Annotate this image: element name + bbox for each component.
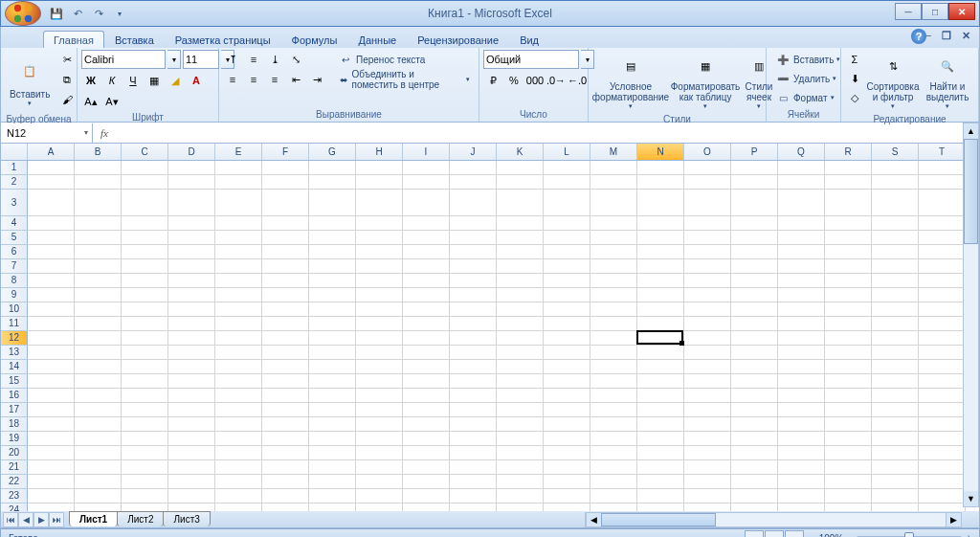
col-header-I[interactable]: I: [403, 144, 450, 160]
row-7[interactable]: [28, 259, 979, 274]
number-format-combo[interactable]: [483, 50, 579, 69]
col-header-F[interactable]: F: [262, 144, 309, 160]
row-12[interactable]: [28, 331, 979, 346]
align-middle-button[interactable]: ≡: [244, 50, 263, 69]
row-18[interactable]: [28, 417, 979, 432]
row-2[interactable]: [28, 175, 979, 190]
office-button[interactable]: [5, 1, 41, 26]
col-header-G[interactable]: G: [309, 144, 356, 160]
font-size-combo[interactable]: [183, 50, 219, 69]
row-header-6[interactable]: 6: [1, 245, 28, 259]
font-color-button[interactable]: A: [187, 71, 206, 90]
sheet-tab-0[interactable]: Лист1: [69, 511, 118, 526]
maximize-button[interactable]: □: [922, 3, 948, 20]
row-23[interactable]: [28, 489, 979, 503]
row-20[interactable]: [28, 446, 979, 460]
row-header-8[interactable]: 8: [1, 274, 28, 288]
insert-cells-button[interactable]: ➕Вставить▾: [770, 50, 845, 69]
undo-icon[interactable]: ↶: [70, 6, 85, 21]
col-header-O[interactable]: O: [684, 144, 731, 160]
grow-font-button[interactable]: A▴: [81, 92, 100, 111]
row-10[interactable]: [28, 302, 979, 317]
ribbon-tab-0[interactable]: Главная: [43, 31, 104, 48]
align-bottom-button[interactable]: ⤓: [265, 50, 284, 69]
row-header-11[interactable]: 11: [1, 317, 28, 331]
ribbon-tab-2[interactable]: Разметка страницы: [165, 31, 281, 48]
save-icon[interactable]: 💾: [49, 6, 64, 21]
col-header-D[interactable]: D: [168, 144, 215, 160]
fill-color-button[interactable]: ◢: [166, 71, 185, 90]
first-sheet-button[interactable]: ⏮: [3, 512, 18, 527]
row-4[interactable]: [28, 216, 979, 231]
col-header-E[interactable]: E: [215, 144, 262, 160]
conditional-format-button[interactable]: ▤Условное форматирование▾: [592, 50, 669, 113]
row-header-21[interactable]: 21: [1, 460, 28, 475]
row-14[interactable]: [28, 360, 979, 374]
align-right-button[interactable]: ≡: [265, 70, 284, 89]
row-header-20[interactable]: 20: [1, 446, 28, 460]
row-header-13[interactable]: 13: [1, 346, 28, 360]
row-8[interactable]: [28, 274, 979, 288]
ribbon-tab-3[interactable]: Формулы: [281, 31, 348, 48]
row-header-16[interactable]: 16: [1, 389, 28, 403]
col-header-T[interactable]: T: [919, 144, 966, 160]
paste-button[interactable]: 📋 Вставить ▾: [5, 50, 55, 113]
page-break-view-button[interactable]: [785, 530, 804, 537]
shrink-font-button[interactable]: A▾: [102, 92, 122, 111]
row-21[interactable]: [28, 460, 979, 475]
format-painter-icon[interactable]: 🖌: [57, 90, 77, 109]
next-sheet-button[interactable]: ▶: [33, 512, 49, 527]
decrease-indent-button[interactable]: ⇤: [286, 70, 305, 89]
close-button[interactable]: ✕: [948, 3, 975, 20]
row-6[interactable]: [28, 245, 979, 259]
redo-icon[interactable]: ↷: [91, 6, 106, 21]
row-22[interactable]: [28, 475, 979, 489]
ribbon-tab-1[interactable]: Вставка: [104, 31, 165, 48]
row-5[interactable]: [28, 231, 979, 245]
merge-center-button[interactable]: ⬌Объединить и поместить в центре▾: [333, 70, 475, 89]
row-header-18[interactable]: 18: [1, 417, 28, 432]
currency-button[interactable]: ₽: [483, 71, 502, 90]
format-cells-button[interactable]: ▭Формат▾: [770, 88, 845, 107]
clear-button[interactable]: ◇: [845, 88, 864, 107]
increase-indent-button[interactable]: ⇥: [307, 70, 326, 89]
scroll-right-arrow[interactable]: ▶: [946, 513, 961, 526]
row-header-24[interactable]: 24: [1, 503, 28, 511]
zoom-level[interactable]: 100%: [819, 533, 844, 538]
zoom-out-button[interactable]: −: [847, 533, 853, 538]
zoom-in-button[interactable]: +: [966, 533, 971, 538]
orientation-button[interactable]: ⤡: [286, 50, 305, 69]
row-header-2[interactable]: 2: [1, 175, 28, 190]
col-header-S[interactable]: S: [872, 144, 919, 160]
row-header-4[interactable]: 4: [1, 216, 28, 231]
fx-icon[interactable]: fx: [100, 127, 108, 139]
prev-sheet-button[interactable]: ◀: [18, 512, 33, 527]
row-19[interactable]: [28, 432, 979, 446]
vertical-scrollbar[interactable]: ▲ ▼: [963, 123, 979, 507]
row-header-19[interactable]: 19: [1, 432, 28, 446]
row-header-15[interactable]: 15: [1, 374, 28, 389]
col-header-C[interactable]: C: [122, 144, 168, 160]
format-table-button[interactable]: ▦Форматировать как таблицу▾: [672, 50, 739, 113]
col-header-P[interactable]: P: [731, 144, 778, 160]
row-16[interactable]: [28, 389, 979, 403]
col-header-N[interactable]: N: [637, 144, 684, 160]
col-header-B[interactable]: B: [75, 144, 122, 160]
vscroll-thumb[interactable]: [964, 139, 978, 244]
row-11[interactable]: [28, 317, 979, 331]
row-header-10[interactable]: 10: [1, 302, 28, 317]
page-layout-view-button[interactable]: [765, 530, 784, 537]
row-3[interactable]: [28, 190, 979, 216]
font-name-dropdown[interactable]: ▾: [167, 50, 181, 69]
row-header-22[interactable]: 22: [1, 475, 28, 489]
select-all-corner[interactable]: [1, 144, 28, 160]
row-header-23[interactable]: 23: [1, 489, 28, 503]
border-button[interactable]: ▦: [145, 71, 164, 90]
underline-button[interactable]: Ч: [123, 71, 143, 90]
col-header-K[interactable]: K: [497, 144, 544, 160]
bold-button[interactable]: Ж: [81, 71, 100, 90]
increase-decimal-button[interactable]: .0→: [546, 71, 566, 90]
mdi-close[interactable]: ✕: [958, 29, 973, 42]
row-header-9[interactable]: 9: [1, 288, 28, 302]
last-sheet-button[interactable]: ⏭: [49, 512, 64, 527]
